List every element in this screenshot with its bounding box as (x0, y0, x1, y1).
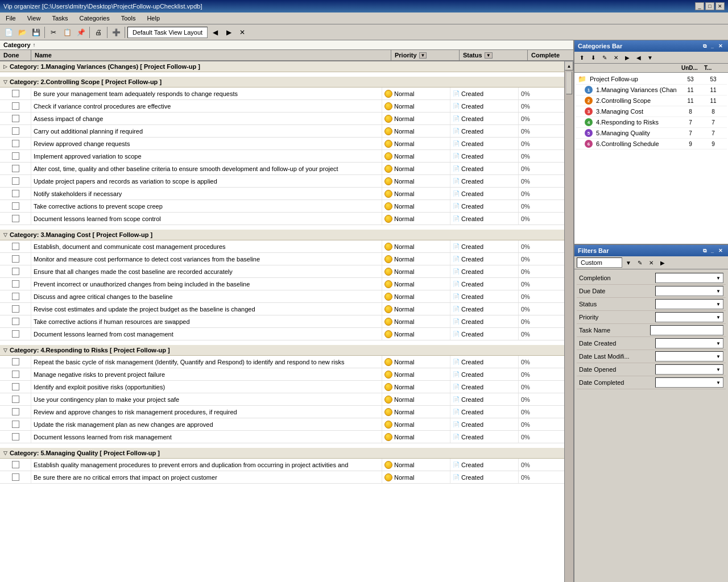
filter-panel-restore[interactable]: ⧉ (701, 247, 708, 255)
task-checkbox[interactable] (12, 421, 19, 428)
task-checkbox[interactable] (12, 255, 19, 263)
task-checkbox[interactable] (12, 318, 19, 325)
cat-panel-restore[interactable]: ⧉ (701, 43, 708, 50)
category-row[interactable]: ▽Category: 5.Managing Quality [ Project … (0, 448, 564, 459)
minimize-button[interactable]: _ (695, 2, 704, 10)
filter-select[interactable]: ▼ (655, 299, 723, 309)
close-button[interactable]: ✕ (715, 2, 725, 10)
cat-tree-item[interactable]: 3 3.Managing Cost 8 8 (576, 106, 727, 117)
task-checkbox[interactable] (12, 202, 19, 210)
task-list[interactable]: ▷Category: 1.Managing Variances (Changes… (0, 61, 564, 582)
th-name[interactable]: Name (31, 50, 391, 60)
cat-tool-7[interactable]: ▼ (645, 53, 655, 62)
cat-tool-4[interactable]: ✕ (611, 53, 621, 62)
task-checkbox[interactable] (12, 190, 19, 197)
menu-categories[interactable]: Categories (76, 14, 113, 23)
task-checkbox[interactable] (12, 473, 19, 481)
toolbar-layout-btn2[interactable]: ▶ (222, 26, 235, 39)
task-checkbox[interactable] (12, 115, 19, 122)
task-checkbox[interactable] (12, 140, 19, 147)
filter-tool-del[interactable]: ✕ (646, 258, 656, 267)
task-checkbox[interactable] (12, 371, 19, 378)
task-checkbox[interactable] (12, 433, 19, 440)
th-done[interactable]: Done (0, 50, 31, 60)
task-checkbox[interactable] (12, 177, 19, 185)
toolbar-add-task[interactable]: ➕ (110, 26, 122, 39)
cat-tree-item[interactable]: 1 1.Managing Variances (Chan 11 11 (576, 85, 727, 95)
task-checkbox[interactable] (12, 268, 19, 275)
menu-file[interactable]: File (2, 14, 19, 23)
status-filter-icon[interactable]: ▼ (485, 52, 493, 59)
layout-selector[interactable]: Default Task View Layout (127, 27, 208, 38)
toolbar-new[interactable]: 📄 (2, 26, 15, 39)
filter-select[interactable]: ▼ (655, 377, 723, 388)
filter-select[interactable]: ▼ (655, 312, 723, 322)
filter-text-input[interactable] (650, 325, 723, 335)
task-checkbox[interactable] (12, 461, 19, 468)
task-checkbox[interactable] (12, 383, 19, 390)
task-checkbox[interactable] (12, 408, 19, 415)
cat-panel-minimize[interactable]: _ (709, 43, 715, 50)
th-complete[interactable]: Complete (528, 50, 573, 60)
th-status[interactable]: Status ▼ (460, 50, 528, 60)
cat-tool-6[interactable]: ◀ (634, 53, 644, 62)
task-checkbox[interactable] (12, 330, 19, 338)
filter-tool-1[interactable]: ▼ (623, 258, 634, 267)
cat-toggle[interactable]: ▷ (3, 64, 7, 69)
cat-tree-item[interactable]: 2 2.Controlling Scope 11 11 (576, 95, 727, 106)
filter-tool-edit[interactable]: ✎ (635, 258, 645, 267)
menu-tasks[interactable]: Tasks (48, 14, 71, 23)
category-row[interactable]: ▽Category: 2.Controlling Scope [ Project… (0, 77, 564, 88)
category-row[interactable]: ▽Category: 4.Responding to Risks [ Proje… (0, 345, 564, 356)
filter-select[interactable]: ▼ (655, 338, 723, 348)
filter-select[interactable]: ▼ (655, 364, 723, 375)
scroll-up[interactable]: ▲ (565, 61, 573, 70)
task-checkbox[interactable] (12, 358, 19, 365)
task-checkbox[interactable] (12, 90, 19, 97)
filter-name-box[interactable]: Custom (577, 257, 622, 268)
cat-tree-item[interactable]: 6 6.Controlling Schedule 9 9 (576, 139, 727, 149)
filter-select[interactable]: ▼ (655, 286, 723, 296)
cat-toggle[interactable]: ▽ (3, 450, 7, 456)
cat-toggle[interactable]: ▽ (3, 232, 7, 238)
task-checkbox[interactable] (12, 243, 19, 250)
scroll-track[interactable] (565, 70, 573, 582)
task-checkbox[interactable] (12, 215, 19, 222)
task-checkbox[interactable] (12, 293, 19, 300)
task-checkbox[interactable] (12, 152, 19, 160)
cat-panel-close[interactable]: ✕ (717, 43, 725, 50)
menu-tools[interactable]: Tools (118, 14, 139, 23)
task-checkbox[interactable] (12, 280, 19, 288)
toolbar-layout-btn1[interactable]: ◀ (209, 26, 221, 39)
category-row[interactable]: ▷Category: 1.Managing Variances (Changes… (0, 61, 564, 72)
task-checkbox[interactable] (12, 396, 19, 403)
toolbar-print[interactable]: 🖨 (92, 26, 105, 39)
th-priority[interactable]: Priority ▼ (391, 50, 460, 60)
cat-tree[interactable]: 📁 Project Follow-up 53 53 1 1.Managing V… (574, 73, 728, 244)
cat-tool-1[interactable]: ⬆ (577, 53, 587, 62)
filter-tool-apply[interactable]: ▶ (657, 258, 668, 267)
task-list-scrollbar[interactable]: ▲ ▼ (564, 61, 573, 582)
priority-filter-icon[interactable]: ▼ (419, 52, 427, 59)
cat-tool-2[interactable]: ⬇ (588, 53, 598, 62)
filter-panel-minimize[interactable]: _ (709, 247, 715, 255)
cat-tree-item[interactable]: 5 5.Managing Quality 7 7 (576, 128, 727, 139)
maximize-button[interactable]: □ (705, 2, 714, 10)
toolbar-cut[interactable]: ✂ (47, 26, 60, 39)
task-checkbox[interactable] (12, 165, 19, 172)
toolbar-save[interactable]: 💾 (30, 26, 42, 39)
cat-tool-3[interactable]: ✎ (599, 53, 610, 62)
task-checkbox[interactable] (12, 127, 19, 135)
toolbar-layout-btn3[interactable]: ✕ (236, 26, 249, 39)
menu-view[interactable]: View (24, 14, 44, 23)
category-row[interactable]: ▽Category: 3.Managing Cost [ Project Fol… (0, 230, 564, 240)
cat-toggle[interactable]: ▽ (3, 79, 7, 85)
scroll-thumb[interactable] (566, 72, 572, 94)
toolbar-paste[interactable]: 📌 (75, 26, 87, 39)
toolbar-open[interactable]: 📂 (16, 26, 28, 39)
filter-select[interactable]: ▼ (655, 273, 723, 283)
cat-tree-item[interactable]: 4 4.Responding to Risks 7 7 (576, 117, 727, 128)
toolbar-copy[interactable]: 📋 (61, 26, 73, 39)
filter-select[interactable]: ▼ (655, 351, 723, 361)
task-checkbox[interactable] (12, 102, 19, 110)
